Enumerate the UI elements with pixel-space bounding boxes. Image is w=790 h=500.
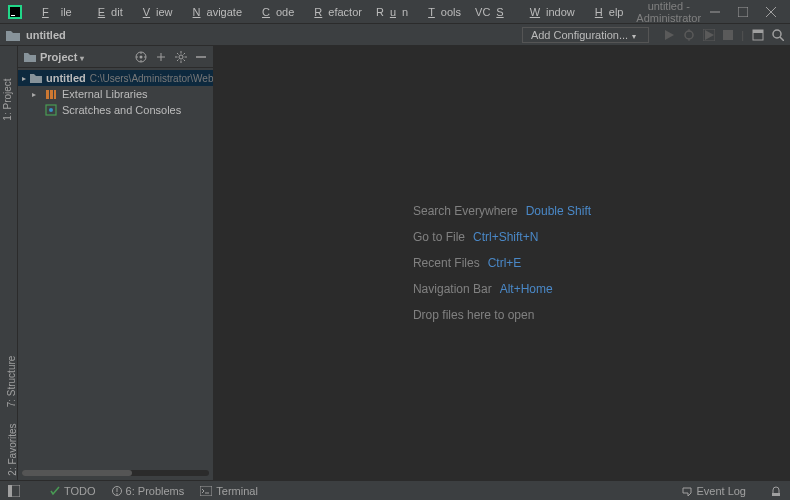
search-icon[interactable] [772,29,784,41]
svg-line-17 [780,37,784,41]
maximize-button[interactable] [736,5,750,19]
minimize-button[interactable] [708,5,722,19]
svg-point-19 [140,55,143,58]
tool-tab-favorites[interactable]: 2: Favorites [7,423,18,475]
tree-node-label: untitled [46,72,86,84]
ide-status-icon[interactable] [768,483,784,499]
svg-rect-4 [738,7,748,17]
hint-label: Go to File [413,230,465,244]
eventlog-icon [682,486,692,496]
window-title: untitled - Administrator [629,0,708,24]
svg-line-31 [177,53,179,55]
project-panel-title[interactable]: Project [40,51,131,63]
menu-navigate[interactable]: Navigate [181,4,248,20]
svg-rect-15 [753,30,763,33]
gear-icon[interactable] [175,51,187,63]
svg-point-45 [116,493,118,495]
svg-rect-42 [8,485,12,497]
svg-point-26 [179,55,183,59]
hint-navbar: Navigation Bar Alt+Home [413,282,591,296]
status-bar: TODO 6: Problems Terminal Event Log [0,480,790,500]
project-panel: Project ▸ untitled C:\Users\Administrato… [18,46,214,480]
tool-windows-icon[interactable] [6,483,22,499]
select-opened-icon[interactable] [135,51,147,63]
problems-icon [112,486,122,496]
menu-help[interactable]: Help [583,4,630,20]
menu-refactor[interactable]: Refactor [302,4,368,20]
status-label: Event Log [696,485,746,497]
title-bar: File Edit View Navigate Code Refactor Ru… [0,0,790,24]
stop-icon[interactable] [723,29,733,41]
tree-ext-libs-item[interactable]: ▸ External Libraries [18,86,213,102]
hint-shortcut: Alt+Home [500,282,553,296]
hint-label: Search Everywhere [413,204,518,218]
terminal-icon [200,486,212,496]
scratches-icon [44,103,58,117]
status-terminal[interactable]: Terminal [200,485,258,497]
hint-shortcut: Double Shift [526,204,591,218]
project-tree[interactable]: ▸ untitled C:\Users\Administrator\Websto… [18,68,213,480]
tool-tab-structure[interactable]: 7: Structure [6,356,17,408]
coverage-icon[interactable] [703,29,715,41]
menu-vcs[interactable]: VCS [469,4,516,20]
hint-search: Search Everywhere Double Shift [413,204,591,218]
menu-tools[interactable]: Tools [416,4,467,20]
hint-label: Recent Files [413,256,480,270]
toolbar-icons: | [663,29,784,41]
window-controls [708,5,778,19]
run-icon[interactable] [663,29,675,41]
menu-file[interactable]: File [30,4,84,20]
hint-recent: Recent Files Ctrl+E [413,256,591,270]
status-problems[interactable]: 6: Problems [112,485,185,497]
svg-rect-38 [54,90,56,99]
status-label: TODO [64,485,96,497]
breadcrumb[interactable]: untitled [26,29,66,41]
tree-node-label: External Libraries [62,88,148,100]
debug-icon[interactable] [683,29,695,41]
add-configuration-button[interactable]: Add Configuration... [522,27,649,43]
update-icon[interactable] [752,29,764,41]
tree-node-path: C:\Users\Administrator\WebstormProjects [90,73,213,84]
main-area: 1: Project 7: Structure 2: Favorites Pro… [0,46,790,480]
close-button[interactable] [764,5,778,19]
menu-run[interactable]: Run [370,4,414,20]
tree-node-label: Scratches and Consoles [62,104,181,116]
menu-view[interactable]: View [131,4,179,20]
hint-shortcut: Ctrl+E [488,256,522,270]
divider-icon: | [741,29,744,41]
svg-point-16 [773,30,781,38]
editor-area[interactable]: Search Everywhere Double Shift Go to Fil… [214,46,790,480]
tree-scratches-item[interactable]: Scratches and Consoles [18,102,213,118]
svg-rect-37 [50,90,53,99]
hint-shortcut: Ctrl+Shift+N [473,230,538,244]
expand-all-icon[interactable] [155,51,167,63]
status-todo[interactable]: TODO [50,485,96,497]
menu-edit[interactable]: Edit [86,4,129,20]
tree-root-item[interactable]: ▸ untitled C:\Users\Administrator\Websto… [18,70,213,86]
svg-rect-2 [11,15,15,16]
svg-rect-48 [772,493,780,496]
svg-line-34 [177,59,179,61]
hide-icon[interactable] [195,51,207,63]
svg-marker-7 [665,30,674,40]
chevron-right-icon[interactable]: ▸ [22,74,26,83]
hint-label: Navigation Bar [413,282,492,296]
svg-rect-36 [46,90,49,99]
app-icon [8,5,22,19]
horizontal-scrollbar[interactable] [22,470,209,476]
menu-window[interactable]: Window [518,4,581,20]
tool-tab-project[interactable]: 1: Project [2,78,13,120]
svg-marker-11 [705,30,714,40]
chevron-right-icon[interactable]: ▸ [32,90,40,99]
menu-code[interactable]: Code [250,4,300,20]
folder-icon [30,71,42,85]
folder-icon [24,52,36,62]
svg-line-32 [184,59,186,61]
project-panel-tools [135,51,207,63]
todo-icon [50,486,60,496]
status-eventlog[interactable]: Event Log [682,485,746,497]
hint-label: Drop files here to open [413,308,534,322]
navigation-bar: untitled Add Configuration... | [0,24,790,46]
svg-point-40 [49,108,53,112]
editor-hints: Search Everywhere Double Shift Go to Fil… [413,204,591,322]
